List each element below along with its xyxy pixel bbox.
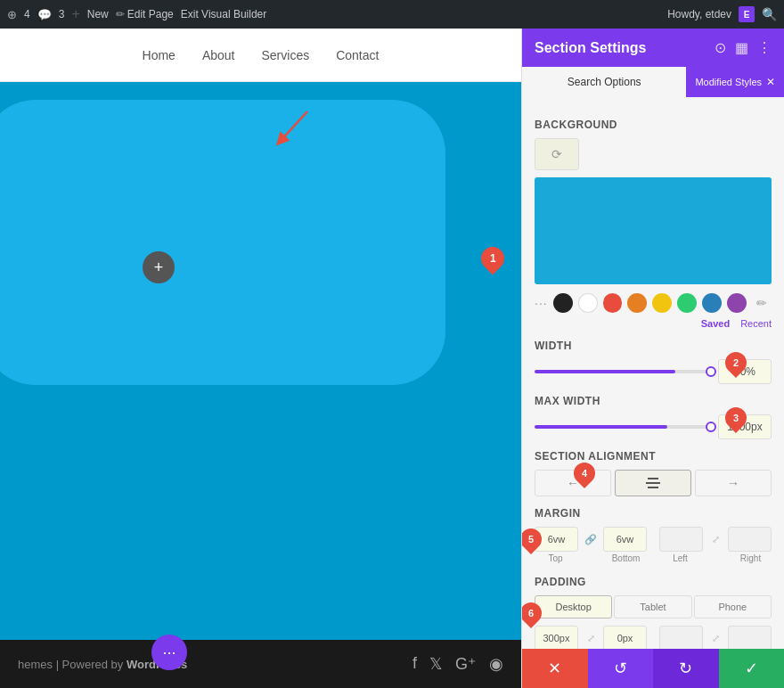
settings-panel: Section Settings ⊙ ▦ ⋮ Search Options Mo… [521,29,784,688]
red-arrow [272,107,316,155]
exit-builder-link[interactable]: Exit Visual Builder [181,8,267,20]
margin-link-icon2[interactable]: ⤢ [706,527,724,552]
label-top: Top [535,553,576,563]
padding-left-field [659,626,703,649]
swatch-yellow[interactable] [652,293,672,313]
more-icon[interactable]: ⋮ [757,39,772,56]
nav-home[interactable]: Home [143,48,176,62]
pencil-icon: ✏ [116,8,125,20]
label-right: Right [730,553,772,563]
margin-label: Margin [535,507,772,520]
width-slider-track[interactable] [535,370,711,373]
padding-bottom-field [603,626,647,649]
padding-top-input[interactable] [535,626,578,649]
padding-right-field [728,626,772,649]
nav-about[interactable]: About [202,48,235,62]
twitter-icon[interactable]: 𝕏 [429,654,443,674]
swatch-purple[interactable] [727,293,747,313]
device-tab-phone[interactable]: Phone [694,595,772,618]
site-footer: hemes | Powered by WordPress f 𝕏 G⁺ ◉ [0,640,521,688]
howdy-text: Howdy, etdev [667,8,731,20]
padding-top-field [535,626,578,649]
padding-link-icon[interactable]: ⤢ [582,626,600,649]
page-preview: Home About Services Contact [0,29,521,688]
comments-icon: 💬 [37,8,52,21]
save-button[interactable]: ✓ [719,649,785,688]
blue-shape [0,100,445,385]
swatch-blue[interactable] [702,293,722,313]
margin-bottom-field [603,527,647,552]
swatch-green[interactable] [677,293,697,313]
max-width-slider-track[interactable] [535,425,711,429]
device-tabs: Desktop Tablet Phone [535,595,772,618]
saved-action[interactable]: Saved [701,318,730,329]
hero-section: 1 + [0,82,521,640]
sep1: + [71,6,79,22]
margin-fields: 🔗 ⤢ [535,527,772,552]
recent-action[interactable]: Recent [740,318,772,329]
reset-button[interactable]: ↺ [588,649,654,688]
swatch-white[interactable] [578,293,598,313]
padding-bottom-input[interactable] [603,626,647,649]
panel-title: Section Settings [535,40,646,56]
padding-label: Padding [535,576,772,588]
color-swatches: ··· ✏ [535,293,772,313]
admin-bar-right: Howdy, etdev E 🔍 [667,6,777,22]
refresh-button[interactable]: ↻ [653,649,719,688]
padding-fields: ⤢ ⤢ [535,626,772,649]
more-colors-icon[interactable]: ··· [535,296,548,310]
margin-section: 5 🔗 ⤢ [535,527,772,563]
background-label: Background [535,119,772,131]
nav-contact[interactable]: Contact [336,48,379,62]
label-left: Left [659,553,701,563]
gradient-icon: ⟳ [551,147,562,161]
wp-count[interactable]: 4 [24,8,30,20]
admin-bar: ⊕ 4 💬 3 + New ✏ Edit Page Exit Visual Bu… [0,0,784,29]
width-label: Width [535,340,772,352]
svg-line-1 [281,111,307,141]
googleplus-icon[interactable]: G⁺ [455,654,477,674]
panel-body: Background ⟳ ··· ✏ Saved Rece [522,97,784,649]
tab-modified-styles[interactable]: Modified Styles ✕ [686,67,784,97]
avatar: E [739,6,755,22]
panel-footer: ✕ ↺ ↻ ✓ [522,649,784,688]
color-actions: Saved Recent [535,318,772,329]
padding-link-icon2[interactable]: ⤢ [706,626,724,649]
close-modified-icon[interactable]: ✕ [766,76,775,88]
max-width-label: Max Width [535,395,772,407]
margin-link-icon[interactable]: 🔗 [582,527,600,552]
panel-header: Section Settings ⊙ ▦ ⋮ [522,29,784,67]
nav-services[interactable]: Services [262,48,310,62]
swatch-orange[interactable] [627,293,647,313]
color-preview[interactable] [535,177,772,284]
bg-preset-button[interactable]: ⟳ [535,138,579,170]
alignment-label: Section Alignment [535,450,772,463]
device-tab-tablet[interactable]: Tablet [614,595,691,618]
align-right-btn[interactable]: → [695,470,772,496]
tab-search-options[interactable]: Search Options [522,67,686,97]
social-icons: f 𝕏 G⁺ ◉ [412,654,503,674]
search-icon[interactable]: 🔍 [762,7,777,21]
margin-bottom-input[interactable] [603,527,647,552]
swatch-red[interactable] [603,293,623,313]
margin-right-field [728,527,772,552]
add-section-button[interactable]: + [143,251,175,283]
swatch-black[interactable] [553,293,573,313]
margin-left-field [659,527,703,552]
panel-tabs: Search Options Modified Styles ✕ [522,67,784,97]
settings-icon[interactable]: ⊙ [715,39,726,56]
facebook-icon[interactable]: f [412,654,417,674]
color-picker-icon[interactable]: ✏ [752,293,772,313]
site-nav: Home About Services Contact [0,29,521,82]
align-center-btn[interactable] [615,470,691,496]
rss-icon[interactable]: ◉ [489,654,503,674]
edit-page-link[interactable]: ✏ Edit Page [116,8,174,20]
panel-header-icons: ⊙ ▦ ⋮ [715,39,772,56]
cancel-button[interactable]: ✕ [522,649,588,688]
comments-count[interactable]: 3 [59,8,65,20]
wp-icon: ⊕ [7,8,17,21]
new-link[interactable]: New [87,8,109,20]
columns-icon[interactable]: ▦ [735,39,748,56]
purple-fab[interactable]: ··· [151,635,187,670]
device-tab-desktop[interactable]: Desktop [535,595,612,618]
